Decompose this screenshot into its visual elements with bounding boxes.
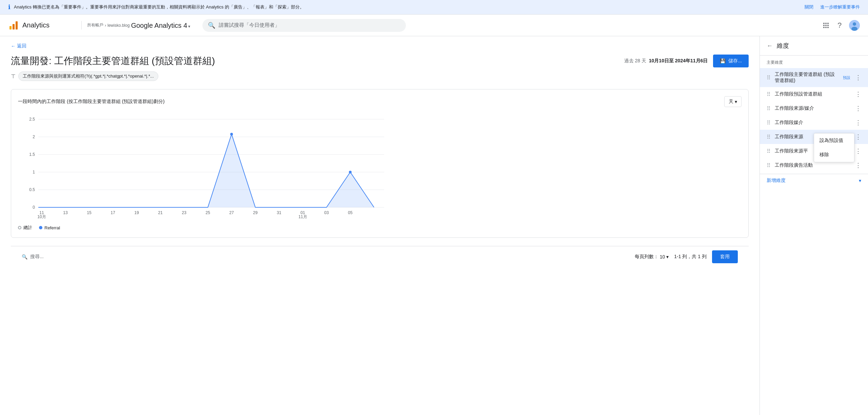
- header-actions: 過去 28 天 10月10日至 2024年11月6日 💾 儲存...: [624, 55, 749, 67]
- property-name[interactable]: Google Analytics 4: [131, 22, 187, 29]
- svg-rect-0: [9, 26, 12, 29]
- legend-total: 總計: [18, 225, 32, 231]
- help-icon[interactable]: ?: [835, 21, 844, 29]
- dimension-menu-3[interactable]: ⋮: [855, 119, 861, 126]
- context-menu-set-default[interactable]: 設為預設值: [814, 133, 854, 148]
- page-header: 流量開發: 工作階段主要管道群組 (預設管道群組) 過去 28 天 10月10日…: [11, 55, 749, 67]
- panel-title: 維度: [777, 42, 789, 50]
- add-dimension-row[interactable]: 新增維度 ▾: [760, 174, 868, 187]
- svg-rect-1: [13, 24, 15, 29]
- svg-text:27: 27: [229, 210, 234, 215]
- dimension-item-3[interactable]: ⠿ 工作階段媒介 ⋮: [760, 116, 868, 130]
- panel-back-button[interactable]: ←: [767, 42, 773, 49]
- date-value: 10月10日至 2024年11月6日: [649, 58, 708, 63]
- svg-text:03: 03: [324, 210, 329, 215]
- svg-text:13: 13: [63, 210, 68, 215]
- page-title: 流量開發: 工作階段主要管道群組 (預設管道群組): [11, 55, 215, 67]
- svg-point-9: [823, 27, 825, 28]
- back-button[interactable]: ← 返回: [11, 43, 749, 49]
- right-panel: ← 維度 主要維度 ⠿ 工作階段主要管道群組 (預設管道群組) 預設 ⋮ ⠿ 工…: [760, 36, 868, 415]
- svg-point-8: [827, 25, 829, 26]
- search-icon-bottom: 🔍: [22, 254, 27, 260]
- breadcrumb-sep1: ›: [105, 23, 106, 28]
- notification-bar: ℹ Analytics 轉換已更名為「重要事件」。重要事件用來評估對商家最重要的…: [0, 0, 868, 15]
- page-size-select[interactable]: 每頁列數： 10 ▾: [635, 254, 669, 260]
- dimension-item-4[interactable]: ⠿ 工作階段來源 ⋮ 設為預設值 移除: [760, 130, 868, 144]
- notif-learn-more-link[interactable]: 進一步瞭解重要事件: [820, 4, 860, 10]
- drag-handle-6: ⠿: [767, 162, 771, 169]
- dimension-item-0[interactable]: ⠿ 工作階段主要管道群組 (預設管道群組) 預設 ⋮: [760, 68, 868, 87]
- analytics-logo: [8, 20, 19, 31]
- svg-point-13: [853, 22, 856, 26]
- svg-text:0: 0: [33, 205, 35, 210]
- svg-text:2.5: 2.5: [29, 117, 35, 122]
- legend-referral-icon: [39, 226, 42, 229]
- search-bar[interactable]: 🔍 請嘗試搜尋「今日使用者」: [202, 19, 406, 32]
- search-placeholder-bottom: 搜尋...: [30, 254, 44, 260]
- page-size-value: 10: [660, 254, 665, 260]
- legend-referral-label: Referral: [44, 225, 60, 230]
- svg-marker-43: [38, 134, 374, 207]
- drag-handle-2: ⠿: [767, 105, 771, 112]
- dimension-text-0: 工作階段主要管道群組 (預設管道群組): [775, 71, 839, 84]
- breadcrumb-all-accounts[interactable]: 所有帳戶: [87, 22, 103, 28]
- drag-handle-5: ⠿: [767, 148, 771, 154]
- search-icon: 🔍: [208, 22, 215, 29]
- save-button[interactable]: 💾 儲存...: [713, 55, 749, 67]
- dimension-menu-5[interactable]: ⋮: [855, 147, 861, 155]
- chart-container: 2.5 2 1.5 1 0.5 0 11 10月 13 15 17 19 21 …: [18, 112, 742, 222]
- svg-text:21: 21: [158, 210, 163, 215]
- line-chart: 2.5 2 1.5 1 0.5 0 11 10月 13 15 17 19 21 …: [18, 112, 391, 221]
- svg-point-7: [825, 25, 827, 26]
- notif-left: ℹ Analytics 轉換已更名為「重要事件」。重要事件用來評估對商家最重要的…: [8, 3, 304, 11]
- notif-right: 關閉 進一步瞭解重要事件: [805, 4, 860, 10]
- breadcrumb-account[interactable]: lewisko.blog: [107, 23, 130, 28]
- chart-period-dropdown[interactable]: 天 ▾: [724, 96, 742, 107]
- svg-text:17: 17: [111, 210, 115, 215]
- chart-period-label: 天: [729, 99, 733, 105]
- svg-point-6: [823, 25, 825, 26]
- svg-text:31: 31: [277, 210, 281, 215]
- date-label: 過去 28 天: [624, 58, 646, 63]
- search-input-area: 🔍 搜尋...: [22, 254, 44, 260]
- add-dimension-arrow[interactable]: ▾: [859, 178, 861, 183]
- svg-point-44: [230, 133, 233, 136]
- user-avatar[interactable]: [849, 20, 860, 31]
- svg-text:1.5: 1.5: [29, 152, 35, 157]
- apply-button[interactable]: 套用: [712, 250, 738, 263]
- info-icon: ℹ: [8, 3, 11, 11]
- dimension-menu-0[interactable]: ⋮: [855, 74, 861, 81]
- section-label: 主要維度: [760, 56, 868, 68]
- svg-point-45: [349, 171, 352, 173]
- svg-text:29: 29: [253, 210, 258, 215]
- search-placeholder-text: 請嘗試搜尋「今日使用者」: [219, 22, 280, 28]
- app-header: Analytics 所有帳戶 › lewisko.blog Google Ana…: [0, 15, 868, 36]
- svg-text:2: 2: [33, 134, 35, 139]
- svg-text:25: 25: [205, 210, 210, 215]
- page-size-label: 每頁列數：: [635, 254, 658, 260]
- filter-chip[interactable]: 工作階段來源與規則運算式相符(?i)(.*gpt.*|.*chatgpt.*|.…: [18, 71, 158, 81]
- property-dropdown-arrow[interactable]: ▾: [188, 24, 190, 29]
- dimension-badge-0: 預設: [841, 75, 852, 81]
- logo-area: Analytics: [8, 20, 76, 31]
- pagination: 每頁列數： 10 ▾ 1-1 列，共 1 列 套用: [635, 250, 738, 263]
- notif-close-button[interactable]: 關閉: [805, 4, 813, 10]
- breadcrumb: 所有帳戶 › lewisko.blog Google Analytics 4 ▾: [81, 21, 190, 29]
- drag-handle-0: ⠿: [767, 75, 771, 81]
- dimension-menu-6[interactable]: ⋮: [855, 162, 861, 169]
- chevron-down-icon: ▾: [735, 99, 737, 104]
- dimension-menu-2[interactable]: ⋮: [855, 105, 861, 112]
- svg-text:10月: 10月: [37, 214, 46, 219]
- dimension-menu-4[interactable]: ⋮: [855, 133, 861, 141]
- dimension-item-2[interactable]: ⠿ 工作階段來源/媒介 ⋮: [760, 101, 868, 116]
- dimension-menu-1[interactable]: ⋮: [855, 90, 861, 98]
- apps-icon[interactable]: [822, 21, 830, 29]
- save-label: 儲存...: [728, 58, 742, 64]
- dimension-text-6: 工作階段廣告活動: [775, 162, 852, 168]
- dimension-text-3: 工作階段媒介: [775, 120, 852, 126]
- save-icon: 💾: [720, 58, 726, 64]
- legend-total-label: 總計: [23, 225, 32, 231]
- chart-section: 一段時間內的工作階段 (按工作階段主要管道群組 (預設管道群組)劃分) 天 ▾: [11, 89, 749, 238]
- dimension-item-1[interactable]: ⠿ 工作階段預設管道群組 ⋮: [760, 87, 868, 101]
- context-menu-remove[interactable]: 移除: [814, 148, 854, 162]
